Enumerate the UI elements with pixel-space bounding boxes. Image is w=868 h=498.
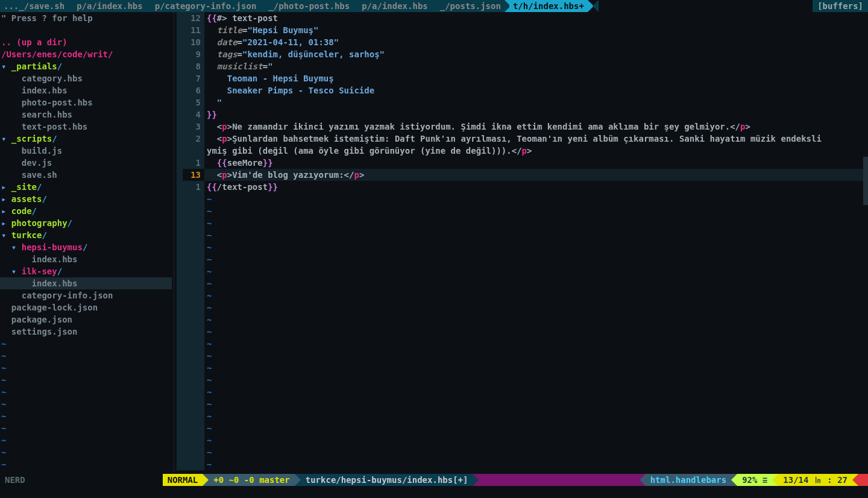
editor-empty-line: ~ xyxy=(177,314,868,326)
buffer-tab[interactable]: _/photo-post.hbs xyxy=(265,0,353,12)
line-number xyxy=(183,145,204,157)
buffer-tab[interactable]: p/category-info.json xyxy=(151,0,260,12)
code-content[interactable]: ymiş gibi (değil (ama öyle gibi görünüyo… xyxy=(204,145,868,157)
tree-root-path[interactable]: /Users/enes/code/writ/ xyxy=(0,48,172,60)
code-content[interactable]: {{/text-post}} xyxy=(204,181,868,193)
editor-line[interactable]: 12{{#> text-post xyxy=(177,12,868,24)
tree-item[interactable]: package.json xyxy=(0,314,172,326)
code-content[interactable]: <p>Vim'de blog yazıyorum:</p> xyxy=(204,169,868,181)
tree-empty-line: ~ xyxy=(0,362,172,374)
code-content[interactable]: {{#> text-post xyxy=(204,12,868,24)
chevron-left-icon xyxy=(593,0,599,12)
tree-item[interactable]: package-lock.json xyxy=(0,301,172,314)
editor-line[interactable]: 5 " xyxy=(177,96,868,109)
tree-item[interactable]: ▾ turkce/ xyxy=(0,229,172,241)
editor-pane[interactable]: 12{{#> text-post11 title="Hepsi Buymuş"1… xyxy=(177,12,868,474)
tree-empty-line: ~ xyxy=(0,386,172,398)
editor-empty-line: ~ xyxy=(177,289,868,301)
code-content[interactable]: Sneaker Pimps - Tesco Suicide xyxy=(204,84,868,96)
editor-line[interactable]: 1 {{seeMore}} xyxy=(177,157,868,169)
code-content[interactable]: date="2021-04-11, 01:38" xyxy=(204,36,868,48)
tree-item[interactable]: ▾ hepsi-buymus/ xyxy=(0,241,172,253)
editor-current-line[interactable]: 13 <p>Vim'de blog yazıyorum:</p> xyxy=(177,169,868,181)
tree-item[interactable]: ▾ ilk-sey/ xyxy=(0,265,172,277)
editor-empty-line: ~ xyxy=(177,374,868,386)
tree-item[interactable]: build.js xyxy=(0,145,172,157)
line-number: 11 xyxy=(183,24,204,36)
editor-line[interactable]: 9 tags="kendim, düşünceler, sarhoş" xyxy=(177,48,868,60)
tree-item[interactable]: category.hbs xyxy=(0,72,172,84)
tree-item[interactable]: photo-post.hbs xyxy=(0,96,172,109)
line-number: 13 xyxy=(183,169,204,181)
tree-empty-line: ~ xyxy=(0,350,172,362)
editor-line[interactable]: 6 Sneaker Pimps - Tesco Suicide xyxy=(177,84,868,96)
code-content[interactable]: <p>Şunlardan bahsetmek istemiştim: Daft … xyxy=(204,133,868,145)
editor-empty-line: ~ xyxy=(177,350,868,362)
buffer-tab[interactable]: _/posts.json xyxy=(436,0,505,12)
editor-empty-line: ~ xyxy=(177,253,868,265)
tree-item[interactable]: index.hbs xyxy=(0,277,172,289)
line-number: 7 xyxy=(183,72,204,84)
editor-line[interactable]: 2 <p>Şunlardan bahsetmek istemiştim: Daf… xyxy=(177,133,868,145)
code-content[interactable]: musiclist=" xyxy=(204,60,868,72)
editor-line[interactable]: 7 Teoman - Hepsi Buymuş xyxy=(177,72,868,84)
tree-item[interactable]: index.hbs xyxy=(0,84,172,96)
buffer-tab[interactable]: p/a/index.hbs xyxy=(358,0,432,12)
editor-line[interactable]: ymiş gibi (değil (ama öyle gibi görünüyo… xyxy=(177,145,868,157)
status-error-segment xyxy=(858,474,868,486)
code-content[interactable]: {{seeMore}} xyxy=(204,157,868,169)
editor-empty-line: ~ xyxy=(177,193,868,205)
line-number: 6 xyxy=(183,84,204,96)
editor-line[interactable]: 4}} xyxy=(177,109,868,121)
tree-item[interactable]: index.hbs xyxy=(0,253,172,265)
tree-item[interactable]: category-info.json xyxy=(0,289,172,301)
line-number: 4 xyxy=(183,109,204,121)
editor-empty-line: ~ xyxy=(177,386,868,398)
status-percent: 92% ≡ xyxy=(737,474,772,486)
status-git: +0 ~0 -0 master xyxy=(209,474,294,486)
code-content[interactable]: " xyxy=(204,96,868,109)
editor-line[interactable]: 11 title="Hepsi Buymuş" xyxy=(177,24,868,36)
status-tree-label: NERD xyxy=(0,474,30,486)
tree-item[interactable]: settings.json xyxy=(0,326,172,338)
editor-line[interactable]: 10 date="2021-04-11, 01:38" xyxy=(177,36,868,48)
line-number: 8 xyxy=(183,60,204,72)
editor-line[interactable]: 1{{/text-post}} xyxy=(177,181,868,193)
vertical-split[interactable] xyxy=(172,12,177,474)
status-spacer xyxy=(36,474,163,486)
tree-item[interactable]: ▾ _scripts/ xyxy=(0,133,172,145)
tree-item[interactable]: save.sh xyxy=(0,169,172,181)
buffer-tab-active[interactable]: t/h/index.hbs+ xyxy=(509,0,588,12)
code-content[interactable]: tags="kendim, düşünceler, sarhoş" xyxy=(204,48,868,60)
code-content[interactable]: Teoman - Hepsi Buymuş xyxy=(204,72,868,84)
editor-empty-line: ~ xyxy=(177,229,868,241)
editor-line[interactable]: 8 musiclist=" xyxy=(177,60,868,72)
file-tree[interactable]: " Press ? for help .. (up a dir) /Users/… xyxy=(0,12,172,474)
tree-item[interactable]: dev.js xyxy=(0,157,172,169)
tree-item[interactable]: ▾ _partials/ xyxy=(0,60,172,72)
line-number: 9 xyxy=(183,48,204,60)
editor-empty-line: ~ xyxy=(177,241,868,253)
tree-item[interactable]: ▸ assets/ xyxy=(0,193,172,205)
tree-blank xyxy=(0,24,172,36)
chevron-left-icon xyxy=(852,474,858,486)
chevron-right-icon xyxy=(295,474,301,486)
tree-item[interactable]: ▸ photography/ xyxy=(0,217,172,229)
tree-item[interactable]: ▸ code/ xyxy=(0,205,172,217)
buffer-tab[interactable]: ..._/save.sh xyxy=(0,0,68,12)
code-content[interactable]: title="Hepsi Buymuş" xyxy=(204,24,868,36)
line-number: 1 xyxy=(183,157,204,169)
scrollbar-thumb[interactable] xyxy=(863,157,868,205)
tree-item[interactable]: ▸ _site/ xyxy=(0,181,172,193)
editor-empty-line: ~ xyxy=(177,301,868,314)
tree-empty-line: ~ xyxy=(0,446,172,458)
tree-up-dir[interactable]: .. (up a dir) xyxy=(0,36,172,48)
code-content[interactable]: }} xyxy=(204,109,868,121)
tree-item[interactable]: search.hbs xyxy=(0,109,172,121)
code-content[interactable]: <p>Ne zamandır ikinci yazımı yazmak isti… xyxy=(204,121,868,133)
buffer-bar: ..._/save.sh p/a/index.hbs p/category-in… xyxy=(0,0,868,12)
editor-line[interactable]: 3 <p>Ne zamandır ikinci yazımı yazmak is… xyxy=(177,121,868,133)
tree-empty-line: ~ xyxy=(0,434,172,446)
buffer-tab[interactable]: p/a/index.hbs xyxy=(73,0,146,12)
tree-item[interactable]: text-post.hbs xyxy=(0,121,172,133)
